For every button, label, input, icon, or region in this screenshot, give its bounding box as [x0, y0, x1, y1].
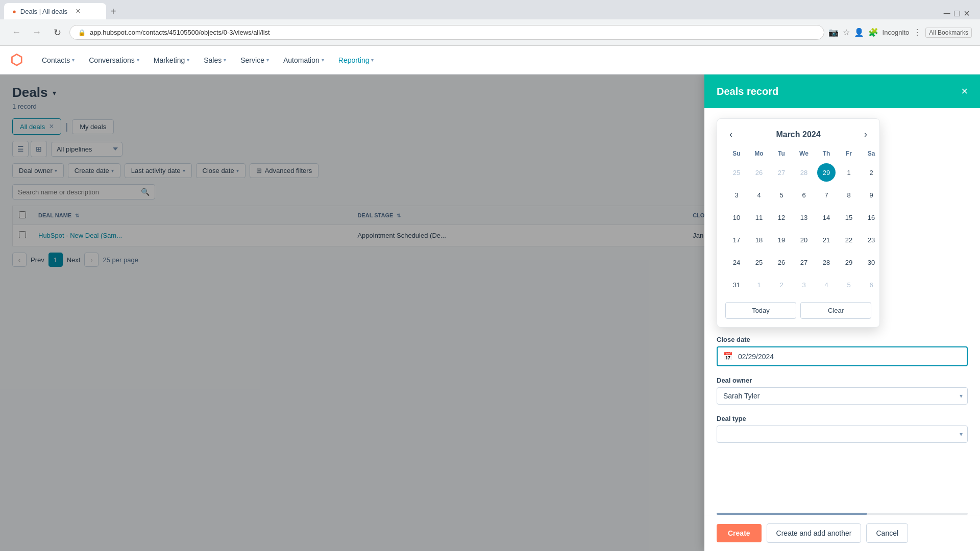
nav-reporting-chevron: ▾	[371, 57, 374, 63]
cal-day-1-fri[interactable]: 1	[838, 161, 860, 184]
nav-conversations-chevron: ▾	[137, 57, 139, 63]
cal-day-3-next[interactable]: 3	[793, 273, 815, 296]
address-bar[interactable]: 🔒 app.hubspot.com/contacts/45105500/obje…	[69, 25, 824, 40]
minimize-button[interactable]: ─	[944, 8, 950, 19]
back-button[interactable]: ←	[8, 24, 24, 41]
cal-day-21[interactable]: 21	[815, 229, 838, 251]
weekday-fr: Fr	[838, 148, 860, 161]
calendar-header: ‹ March 2024 ›	[725, 127, 871, 142]
cal-day-27-prev[interactable]: 27	[770, 161, 793, 184]
cal-day-13[interactable]: 13	[793, 206, 815, 229]
close-date-label: Close date	[717, 336, 968, 343]
cal-day-4[interactable]: 4	[748, 184, 770, 206]
cal-day-14[interactable]: 14	[815, 206, 838, 229]
nav-marketing-chevron: ▾	[187, 57, 189, 63]
cal-day-25[interactable]: 25	[748, 251, 770, 273]
calendar-clear-button[interactable]: Clear	[800, 302, 871, 319]
cal-day-11[interactable]: 11	[748, 206, 770, 229]
tab-close-button[interactable]: ×	[76, 7, 80, 16]
nav-contacts-label: Contacts	[42, 56, 70, 64]
cal-day-31[interactable]: 31	[725, 273, 748, 296]
cal-day-15[interactable]: 15	[838, 206, 860, 229]
cal-week-6: 31 1 2 3 4 5 6	[725, 273, 883, 296]
forward-button[interactable]: →	[29, 24, 45, 41]
modal-panel: Deals record × ‹ March 2024 ›	[704, 74, 980, 551]
nav-service[interactable]: Service ▾	[233, 46, 276, 74]
browser-chrome: ● Deals | All deals × + ─ □ × ← → ↻ 🔒 ap…	[0, 0, 980, 46]
cal-day-12[interactable]: 12	[770, 206, 793, 229]
cal-day-26[interactable]: 26	[770, 251, 793, 273]
new-tab-button[interactable]: +	[110, 6, 116, 17]
cal-day-5-next[interactable]: 5	[838, 273, 860, 296]
menu-icon: ⋮	[913, 28, 921, 37]
cal-day-22[interactable]: 22	[838, 229, 860, 251]
weekday-su: Su	[725, 148, 748, 161]
nav-reporting[interactable]: Reporting ▾	[331, 46, 381, 74]
cal-day-8[interactable]: 8	[838, 184, 860, 206]
cal-week-1: 25 26 27 28 29 1 2	[725, 161, 883, 184]
cal-day-2-next[interactable]: 2	[770, 273, 793, 296]
cal-day-20[interactable]: 20	[793, 229, 815, 251]
weekday-mo: Mo	[748, 148, 770, 161]
cal-day-27[interactable]: 27	[793, 251, 815, 273]
deal-type-select[interactable]	[717, 425, 968, 443]
create-and-add-another-button[interactable]: Create and add another	[767, 523, 862, 543]
cal-day-28[interactable]: 28	[815, 251, 838, 273]
tab-title: Deals | All deals	[20, 8, 67, 15]
incognito-label: Incognito	[883, 29, 910, 36]
calendar-today-button[interactable]: Today	[725, 302, 796, 319]
window-close-button[interactable]: ×	[964, 8, 970, 19]
cancel-button[interactable]: Cancel	[866, 523, 908, 543]
modal-close-button[interactable]: ×	[961, 85, 968, 98]
deal-type-field: Deal type ▾	[717, 415, 968, 443]
cal-day-23[interactable]: 23	[860, 229, 883, 251]
nav-conversations[interactable]: Conversations ▾	[82, 46, 146, 74]
maximize-button[interactable]: □	[954, 8, 960, 19]
cal-day-19[interactable]: 19	[770, 229, 793, 251]
cal-day-3[interactable]: 3	[725, 184, 748, 206]
cal-day-5[interactable]: 5	[770, 184, 793, 206]
profile-icon: 👤	[854, 28, 864, 37]
cal-day-24[interactable]: 24	[725, 251, 748, 273]
cal-day-25-prev[interactable]: 25	[725, 161, 748, 184]
cal-day-18[interactable]: 18	[748, 229, 770, 251]
nav-contacts[interactable]: Contacts ▾	[35, 46, 82, 74]
cal-day-10[interactable]: 10	[725, 206, 748, 229]
cal-day-16[interactable]: 16	[860, 206, 883, 229]
date-input[interactable]	[738, 348, 967, 365]
nav-sales[interactable]: Sales ▾	[197, 46, 233, 74]
extensions-icon: 🧩	[868, 28, 878, 37]
cal-day-6-next[interactable]: 6	[860, 273, 883, 296]
close-date-field: Close date 📅	[717, 336, 968, 366]
cal-day-1-next[interactable]: 1	[748, 273, 770, 296]
cal-day-7[interactable]: 7	[815, 184, 838, 206]
date-input-container: 📅	[717, 346, 968, 366]
cal-day-6[interactable]: 6	[793, 184, 815, 206]
hubspot-logo[interactable]: ⬡	[10, 52, 22, 68]
calendar-prev-button[interactable]: ‹	[725, 127, 737, 142]
cal-day-2[interactable]: 2	[860, 161, 883, 184]
cal-day-29-b[interactable]: 29	[838, 251, 860, 273]
browser-tab[interactable]: ● Deals | All deals ×	[4, 3, 106, 19]
cal-day-4-next[interactable]: 4	[815, 273, 838, 296]
cal-day-28-prev[interactable]: 28	[793, 161, 815, 184]
cal-day-26-prev[interactable]: 26	[748, 161, 770, 184]
camera-icon: 📷	[828, 28, 839, 37]
refresh-button[interactable]: ↻	[49, 24, 65, 41]
deal-owner-select[interactable]: Sarah Tyler	[717, 387, 968, 405]
cal-day-30[interactable]: 30	[860, 251, 883, 273]
cal-day-9[interactable]: 9	[860, 184, 883, 206]
cal-day-29[interactable]: 29	[815, 161, 838, 184]
browser-right-icons: 📷 ☆ 👤 🧩 Incognito ⋮ All Bookmarks	[828, 28, 972, 38]
create-button[interactable]: Create	[717, 524, 762, 542]
nav-service-chevron: ▾	[266, 57, 269, 63]
cal-day-17[interactable]: 17	[725, 229, 748, 251]
nav-marketing[interactable]: Marketing ▾	[146, 46, 197, 74]
star-icon: ☆	[843, 28, 850, 37]
calendar-weekdays-row: Su Mo Tu We Th Fr Sa	[725, 148, 883, 161]
nav-marketing-label: Marketing	[154, 56, 185, 64]
calendar-next-button[interactable]: ›	[860, 127, 871, 142]
deal-type-select-container: ▾	[717, 425, 968, 443]
bookmarks-label: All Bookmarks	[925, 28, 972, 38]
nav-automation[interactable]: Automation ▾	[276, 46, 331, 74]
